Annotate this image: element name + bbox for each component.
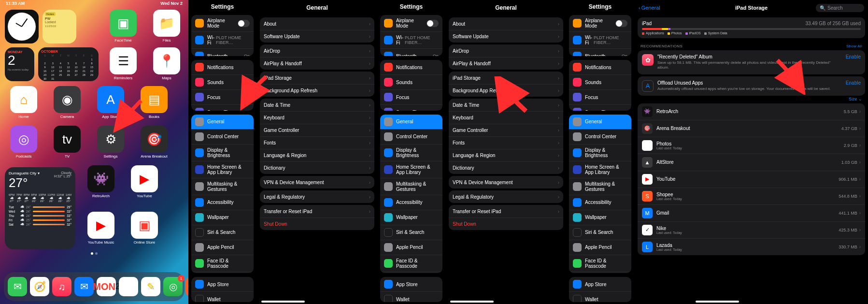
sidebar-item-siri-search[interactable]: Siri & Search [569,225,631,240]
toggle[interactable] [427,20,439,27]
general-item-about[interactable]: About› [260,17,374,30]
toggle[interactable] [615,20,627,27]
app-row-photos[interactable]: ✿ PhotosLast used: Today 2.9 GB › [638,137,865,154]
sidebar-item-focus[interactable]: Focus [569,89,631,104]
home-indicator[interactable] [696,301,739,303]
sidebar-item-accessibility[interactable]: Accessibility [191,195,254,210]
general-item-vpn-device-management[interactable]: VPN & Device Management› [260,176,374,188]
general-item-airdrop[interactable]: AirDrop› [260,44,374,57]
sidebar-item-airplane-mode[interactable]: Airplane Mode [569,15,631,31]
sidebar-item-screen-time[interactable]: Screen Time [380,104,442,110]
general-item-language-region[interactable]: Language & Region› [449,149,563,161]
calendar-day-widget[interactable]: MONDAY 2 No events today [5,47,34,81]
general-item-airplay-handoff[interactable]: AirPlay & Handoff› [449,57,563,70]
app-files[interactable]: 📁 Files [150,10,184,43]
sidebar-item-wallpaper[interactable]: Wallpaper [191,210,254,225]
app-online-store[interactable]: ▣ Online Store [128,212,161,245]
general-item-background-app-refresh[interactable]: Background App Refresh› [449,84,563,97]
general-item-date-time[interactable]: Date & Time› [260,99,374,111]
sidebar-item-bluetooth[interactable]: BluetoothOn [569,48,631,56]
sort-by-size[interactable]: Size ⌄ [635,97,868,102]
sidebar-item-app-store[interactable]: App Store [191,277,254,291]
app-home[interactable]: ⌂ Home [7,86,41,119]
sidebar-item-wi-fi[interactable]: Wi-FiPLDT HOME FIBER… [191,31,254,48]
sidebar-item-notifications[interactable]: Notifications [569,60,631,74]
shut-down-button[interactable]: Shut Down [449,217,563,230]
app-tv[interactable]: tv TV [50,126,84,159]
general-item-keyboard[interactable]: Keyboard› [449,111,563,124]
back-button[interactable]: ‹General [639,5,660,11]
general-item-airdrop[interactable]: AirDrop› [449,44,563,57]
search-input[interactable]: 🔍Search [816,4,864,12]
shut-down-button[interactable]: Shut Down [260,217,374,230]
sidebar-item-general[interactable]: General [191,115,254,129]
app-row-retroarch[interactable]: 👾 RetroArch 5.5 GB › [638,103,865,120]
general-item-legal-regulatory[interactable]: Legal & Regulatory› [260,190,374,203]
sidebar-item-multitasking-gestures[interactable]: Multitasking & Gestures [380,178,442,195]
calendar-month-widget[interactable]: OCTOBER SMTWTFS1234567891011121314151617… [38,47,99,81]
sidebar-item-face-id-passcode[interactable]: Face ID & Passcode [191,255,254,272]
app-row-shopee[interactable]: S ShopeeLast used: Today 544.8 MB › [638,188,865,204]
sidebar-item-multitasking-gestures[interactable]: Multitasking & Gestures [569,178,631,195]
sidebar-item-siri-search[interactable]: Siri & Search [380,225,442,240]
dock-app-safari[interactable]: 🧭 [30,277,49,296]
app-app-store[interactable]: A App Store [94,86,128,119]
sidebar-item-battery[interactable]: Battery [380,272,442,274]
general-item-fonts[interactable]: Fonts› [449,136,563,149]
sidebar-item-wallet[interactable]: Wallet [380,291,442,302]
sidebar-item-wallet[interactable]: Wallet [191,291,254,302]
sidebar-item-accessibility[interactable]: Accessibility [569,195,631,210]
app-youtube[interactable]: ▶ YouTube [128,165,161,198]
sidebar-item-airplane-mode[interactable]: Airplane Mode [380,15,442,31]
sidebar-item-wallet[interactable]: Wallet [569,291,631,302]
dock-app-photos[interactable]: ✿ [119,277,138,296]
general-item-transfer-or-reset-ipad[interactable]: Transfer or Reset iPad› [449,205,563,217]
app-row-gmail[interactable]: M Gmail 441.1 MB › [638,204,865,221]
dock-app-find-my[interactable]: ◎1 [163,277,183,296]
sidebar-item-notifications[interactable]: Notifications [191,60,254,74]
clock-widget[interactable] [5,10,39,43]
sidebar-item-control-center[interactable]: Control Center [380,129,442,144]
sidebar-item-home-screen-app-library[interactable]: Home Screen & App Library [191,161,254,178]
general-item-legal-regulatory[interactable]: Legal & Regulatory› [449,190,563,203]
app-row-lazada[interactable]: L LazadaLast used: Today 330.7 MB › [638,238,865,255]
sidebar-item-battery[interactable]: Battery [569,272,631,274]
enable-button[interactable]: Enable [846,54,861,59]
sidebar-item-apple-pencil[interactable]: Apple Pencil [569,240,631,255]
sidebar-item-apple-pencil[interactable]: Apple Pencil [191,240,254,255]
general-item-dictionary[interactable]: Dictionary› [449,161,563,174]
sidebar-item-home-screen-app-library[interactable]: Home Screen & App Library [380,161,442,178]
sidebar-item-focus[interactable]: Focus [380,89,442,104]
sidebar-item-wi-fi[interactable]: Wi-FiPLDT HOME FIBER… [380,31,442,48]
sidebar-item-bluetooth[interactable]: BluetoothOn [380,48,442,56]
general-item-airplay-handoff[interactable]: AirPlay & Handoff› [260,57,374,70]
sidebar-item-apple-pencil[interactable]: Apple Pencil [380,240,442,255]
notes-widget[interactable]: Notes PW Locked 11/25/22 [43,10,76,43]
general-item-fonts[interactable]: Fonts› [260,136,374,149]
general-item-game-controller[interactable]: Game Controller› [449,124,563,136]
sidebar-item-airplane-mode[interactable]: Airplane Mode [191,15,254,31]
weather-widget[interactable]: Dumaguete City ▾ 27° Cloudy H:32° L:25° … [5,167,75,249]
sidebar-item-screen-time[interactable]: Screen Time [191,104,254,110]
sidebar-item-app-store[interactable]: App Store [380,277,442,291]
sidebar-item-display-brightness[interactable]: Display & Brightness [380,144,442,161]
app-camera[interactable]: ◉ Camera [50,86,84,119]
sidebar-item-wallpaper[interactable]: Wallpaper [569,210,631,225]
sidebar-item-sounds[interactable]: Sounds [569,74,631,89]
sidebar-item-sounds[interactable]: Sounds [191,74,254,89]
app-reminders[interactable]: ☰ Reminders [106,47,140,81]
sidebar-item-battery[interactable]: Battery [191,272,254,274]
app-books[interactable]: ▤ Books [137,86,171,119]
general-item-ipad-storage[interactable]: iPad Storage› [449,72,563,84]
sidebar-item-display-brightness[interactable]: Display & Brightness [569,144,631,161]
dock-app-mail[interactable]: ✉ [74,277,94,296]
sidebar-item-wallpaper[interactable]: Wallpaper [380,210,442,225]
general-item-software-update[interactable]: Software Update› [260,30,374,43]
dock-app-notes[interactable]: ✎ [141,277,160,296]
app-row-altstore[interactable]: ▲ AltStore 1.03 GB › [638,154,865,171]
sidebar-item-face-id-passcode[interactable]: Face ID & Passcode [380,255,442,272]
sidebar-item-general[interactable]: General [380,115,442,129]
sidebar-item-screen-time[interactable]: Screen Time [569,104,631,110]
app-podcasts[interactable]: ◎ Podcasts [7,126,41,159]
app-row-youtube[interactable]: ▶ YouTube 906.1 MB › [638,171,865,188]
